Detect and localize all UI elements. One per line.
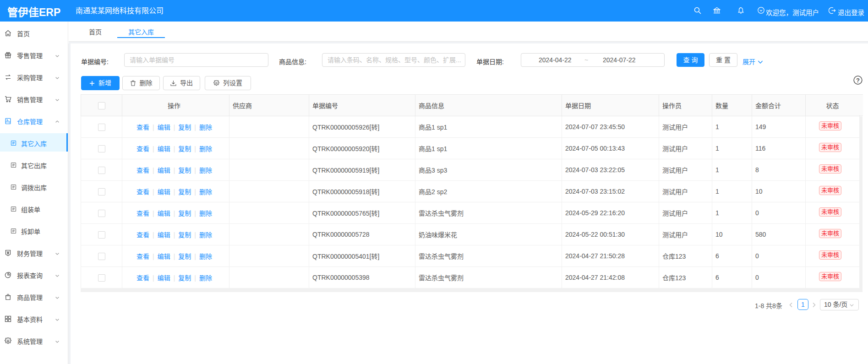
svg-text:?: ? (856, 77, 860, 84)
